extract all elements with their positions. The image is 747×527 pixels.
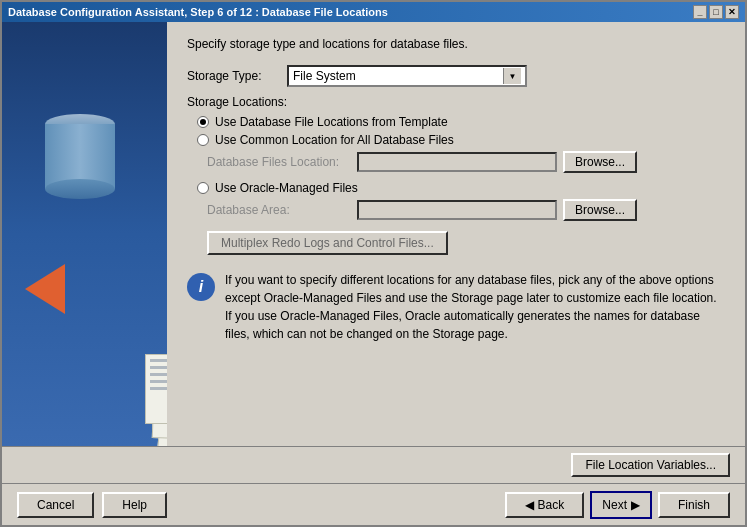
radio-common-row[interactable]: Use Common Location for All Database Fil… [197, 133, 725, 147]
close-button[interactable]: ✕ [725, 5, 739, 19]
db-files-location-label: Database Files Location: [207, 155, 357, 169]
db-files-location-input[interactable] [357, 152, 557, 172]
next-button[interactable]: Next ▶ [590, 491, 652, 519]
maximize-button[interactable]: □ [709, 5, 723, 19]
db-area-label: Database Area: [207, 203, 357, 217]
radio-common-label: Use Common Location for All Database Fil… [215, 133, 454, 147]
file-location-variables-button[interactable]: File Location Variables... [571, 453, 730, 477]
storage-type-select[interactable]: File System ▼ [287, 65, 527, 87]
cancel-button[interactable]: Cancel [17, 492, 94, 518]
next-label: Next [602, 498, 627, 512]
info-box: i If you want to specify different locat… [187, 271, 725, 343]
footer-left-buttons: Cancel Help [17, 492, 167, 518]
intro-text: Specify storage type and locations for d… [187, 37, 725, 51]
radio-template-row[interactable]: Use Database File Locations from Templat… [197, 115, 725, 129]
multiplex-button[interactable]: Multiplex Redo Logs and Control Files... [207, 231, 448, 255]
footer-bar: Cancel Help ◀ Back Next ▶ Finish [2, 483, 745, 525]
back-label: Back [538, 498, 565, 512]
storage-locations-label: Storage Locations: [187, 95, 725, 109]
minimize-button[interactable]: _ [693, 5, 707, 19]
main-window: Database Configuration Assistant, Step 6… [0, 0, 747, 527]
right-panel: Specify storage type and locations for d… [167, 22, 745, 446]
title-bar: Database Configuration Assistant, Step 6… [2, 2, 745, 22]
arrow-icon [25, 264, 65, 314]
browse-db-area-button[interactable]: Browse... [563, 199, 637, 221]
finish-button[interactable]: Finish [658, 492, 730, 518]
info-icon: i [187, 273, 215, 301]
info-text: If you want to specify different locatio… [225, 271, 725, 343]
storage-type-value: File System [293, 69, 503, 83]
browse-db-files-button[interactable]: Browse... [563, 151, 637, 173]
db-area-row: Database Area: Browse... [207, 199, 725, 221]
window-title: Database Configuration Assistant, Step 6… [8, 6, 388, 18]
db-cylinder-icon [45, 114, 115, 194]
radio-oracle-managed-label: Use Oracle-Managed Files [215, 181, 358, 195]
illustration [15, 94, 155, 374]
back-button[interactable]: ◀ Back [505, 492, 584, 518]
radio-oracle-managed-row[interactable]: Use Oracle-Managed Files [197, 181, 725, 195]
content-area: Specify storage type and locations for d… [2, 22, 745, 446]
db-area-input[interactable] [357, 200, 557, 220]
footer-right-buttons: ◀ Back Next ▶ Finish [505, 491, 730, 519]
left-panel [2, 22, 167, 446]
title-controls: _ □ ✕ [693, 5, 739, 19]
bottom-bar: File Location Variables... [2, 446, 745, 483]
radio-oracle-managed-input[interactable] [197, 182, 209, 194]
multiplex-btn-row: Multiplex Redo Logs and Control Files... [187, 227, 725, 265]
storage-type-row: Storage Type: File System ▼ [187, 65, 725, 87]
radio-template-input[interactable] [197, 116, 209, 128]
next-arrow-icon: ▶ [631, 498, 640, 512]
radio-common-input[interactable] [197, 134, 209, 146]
db-files-location-row: Database Files Location: Browse... [207, 151, 725, 173]
storage-type-dropdown-arrow: ▼ [503, 68, 521, 84]
radio-template-label: Use Database File Locations from Templat… [215, 115, 448, 129]
storage-type-label: Storage Type: [187, 69, 287, 83]
help-button[interactable]: Help [102, 492, 167, 518]
back-arrow-icon: ◀ [525, 498, 537, 512]
